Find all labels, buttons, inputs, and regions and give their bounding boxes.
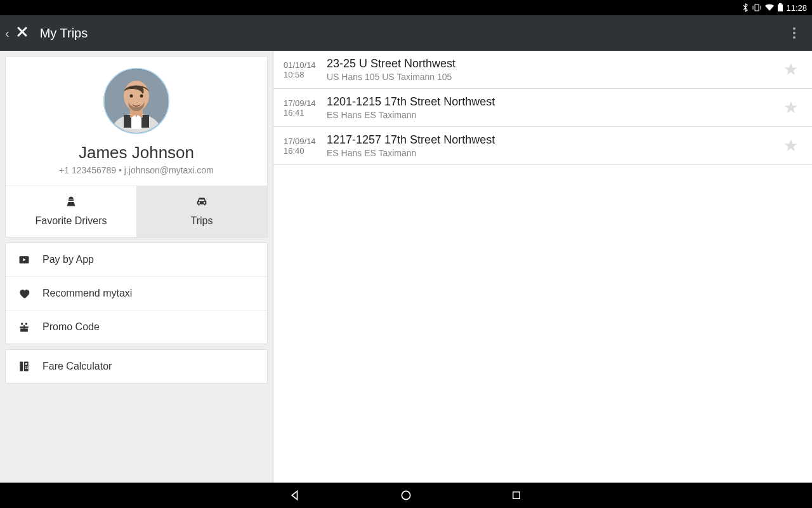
trip-address: 1217-1257 17th Street Northwest bbox=[327, 133, 780, 147]
profile-email: j.johnson@mytaxi.com bbox=[124, 165, 214, 175]
gift-icon bbox=[17, 321, 31, 333]
tab-label: Trips bbox=[191, 215, 213, 226]
svg-point-15 bbox=[25, 368, 27, 370]
trip-row[interactable]: 01/10/14 10:58 23-25 U Street Northwest … bbox=[273, 51, 812, 89]
profile-tabs: Favorite Drivers Trips bbox=[6, 185, 267, 237]
heart-icon bbox=[17, 287, 31, 300]
tab-label: Favorite Drivers bbox=[36, 215, 107, 226]
svg-point-13 bbox=[25, 366, 27, 368]
wifi-icon bbox=[764, 3, 775, 12]
trip-row[interactable]: 17/09/14 16:41 1201-1215 17th Street Nor… bbox=[273, 89, 812, 127]
back-chevron-icon: ‹ bbox=[5, 26, 10, 41]
menu-promo[interactable]: Promo Code bbox=[6, 311, 267, 344]
profile-phone: +1 123456789 bbox=[59, 165, 116, 175]
back-button[interactable]: ‹ My Trips bbox=[5, 25, 88, 41]
svg-rect-2 bbox=[779, 3, 782, 4]
app-logo-icon bbox=[16, 25, 29, 41]
calculator-icon bbox=[17, 360, 31, 373]
profile-contact: +1 123456789 • j.johnson@mytaxi.com bbox=[6, 165, 267, 175]
menu-pay-by-app[interactable]: Pay by App bbox=[6, 243, 267, 277]
battery-icon bbox=[777, 3, 783, 12]
nav-back-button[interactable] bbox=[288, 488, 303, 503]
profile-card: James Johnson +1 123456789 • j.johnson@m… bbox=[5, 56, 268, 237]
menu-card-primary: Pay by App Recommend mytaxi Promo Code bbox=[5, 243, 268, 344]
arrow-box-icon bbox=[17, 253, 31, 266]
svg-point-7 bbox=[130, 94, 133, 97]
driver-icon bbox=[6, 195, 136, 211]
content: James Johnson +1 123456789 • j.johnson@m… bbox=[0, 51, 812, 483]
favorite-star-button[interactable]: ★ bbox=[780, 136, 802, 156]
trip-datetime: 17/09/14 16:40 bbox=[284, 137, 322, 156]
svg-rect-10 bbox=[20, 362, 23, 371]
action-bar: ‹ My Trips bbox=[0, 15, 812, 51]
profile-name: James Johnson bbox=[6, 143, 267, 163]
svg-rect-11 bbox=[24, 362, 29, 371]
status-bar: 11:28 bbox=[0, 0, 812, 15]
overflow-menu-button[interactable] bbox=[782, 27, 807, 39]
menu-label: Pay by App bbox=[43, 254, 94, 265]
trip-driver: ES Hans ES Taximann bbox=[327, 148, 780, 158]
svg-rect-1 bbox=[778, 4, 783, 11]
sidebar: James Johnson +1 123456789 • j.johnson@m… bbox=[0, 51, 273, 483]
menu-label: Recommend mytaxi bbox=[43, 288, 132, 299]
svg-rect-12 bbox=[25, 363, 27, 365]
trip-address: 23-25 U Street Northwest bbox=[327, 57, 780, 70]
favorite-star-button[interactable]: ★ bbox=[780, 98, 802, 117]
svg-rect-18 bbox=[513, 492, 520, 499]
trips-list: 01/10/14 10:58 23-25 U Street Northwest … bbox=[273, 51, 812, 483]
nav-home-button[interactable] bbox=[398, 488, 414, 503]
trip-row[interactable]: 17/09/14 16:40 1217-1257 17th Street Nor… bbox=[273, 127, 812, 165]
trip-driver: ES Hans ES Taximann bbox=[327, 110, 780, 120]
bluetooth-icon bbox=[742, 3, 749, 12]
tab-favorite-drivers[interactable]: Favorite Drivers bbox=[6, 186, 136, 237]
svg-point-17 bbox=[402, 491, 410, 499]
trip-address: 1201-1215 17th Street Northwest bbox=[327, 95, 780, 109]
svg-point-14 bbox=[27, 366, 28, 368]
trip-datetime: 17/09/14 16:41 bbox=[284, 98, 322, 117]
page-title: My Trips bbox=[40, 26, 88, 41]
tab-trips[interactable]: Trips bbox=[136, 186, 267, 237]
svg-point-8 bbox=[140, 94, 143, 97]
svg-point-16 bbox=[27, 368, 28, 370]
menu-recommend[interactable]: Recommend mytaxi bbox=[6, 277, 267, 311]
svg-rect-0 bbox=[755, 4, 759, 11]
menu-card-secondary: Fare Calculator bbox=[5, 349, 268, 384]
menu-label: Fare Calculator bbox=[43, 361, 112, 372]
favorite-star-button[interactable]: ★ bbox=[780, 60, 802, 79]
nav-recents-button[interactable] bbox=[509, 488, 524, 503]
vibrate-icon bbox=[752, 3, 762, 12]
avatar[interactable] bbox=[103, 68, 169, 134]
android-nav-bar bbox=[0, 483, 812, 508]
menu-fare-calculator[interactable]: Fare Calculator bbox=[6, 350, 267, 383]
status-time: 11:28 bbox=[786, 3, 807, 13]
trip-datetime: 01/10/14 10:58 bbox=[284, 60, 322, 79]
trip-driver: US Hans 105 US Taximann 105 bbox=[327, 72, 780, 82]
menu-label: Promo Code bbox=[43, 321, 100, 333]
car-icon bbox=[136, 195, 267, 211]
overflow-icon bbox=[793, 27, 796, 39]
